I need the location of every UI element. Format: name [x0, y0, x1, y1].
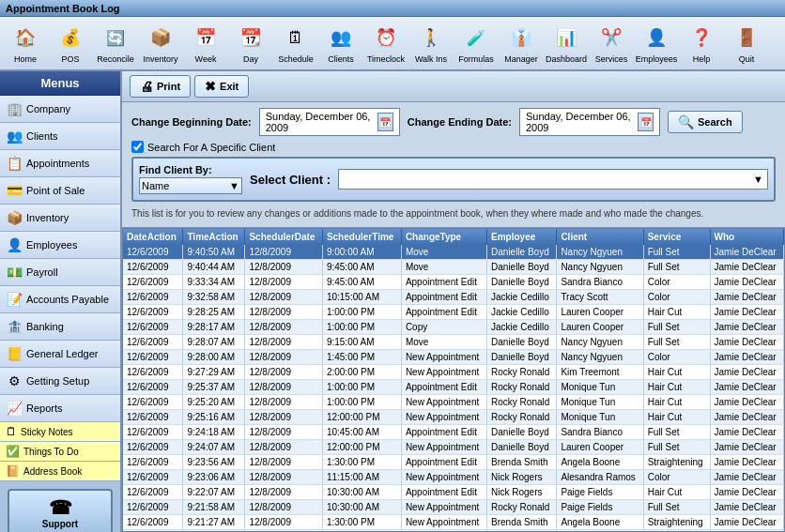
sidebar-label-pos: Point of Sale [26, 185, 85, 196]
sidebar-item-sticky-notes[interactable]: Sticky Notes [0, 422, 120, 442]
table-row[interactable]: 12/6/20099:32:58 AM12/8/200910:15:00 AMA… [123, 290, 784, 305]
table-row[interactable]: 12/6/20099:21:27 AM12/8/20091:30:00 PMNe… [123, 515, 784, 530]
table-row[interactable]: 12/6/20099:33:34 AM12/8/20099:45:00 AMAp… [123, 275, 784, 290]
sidebar-label-banking: Banking [26, 321, 64, 332]
search-button[interactable]: Search [668, 111, 743, 133]
toolbar-week-button[interactable]: Week [184, 19, 227, 68]
checkbox-label: Search For A Specific Client [147, 142, 275, 153]
beginning-date-value: Sunday, December 06, 2009 [266, 111, 374, 133]
toolbar: HomePOSReconcileInventoryWeekDaySchedule… [0, 17, 785, 71]
toolbar-clients-button[interactable]: Clients [319, 19, 362, 68]
table-row[interactable]: 12/6/20099:23:56 AM12/8/20091:30:00 PMAp… [123, 455, 784, 470]
table-row[interactable]: 12/6/20099:40:50 AM12/8/20099:00:00 AMMo… [123, 245, 784, 260]
dashboard-toolbar-icon [551, 23, 581, 53]
sidebar-item-inventory[interactable]: Inventory [0, 205, 120, 232]
sidebar-item-employees[interactable]: Employees [0, 232, 120, 259]
toolbar-schedule-button[interactable]: Schedule [274, 19, 317, 68]
support-button[interactable]: Support [8, 489, 113, 532]
table-row[interactable]: 12/6/20099:28:07 AM12/8/20099:15:00 AMMo… [123, 335, 784, 350]
setup-icon [6, 372, 23, 389]
sidebar-item-accounts-payable[interactable]: Accounts Payable [0, 286, 120, 313]
find-by-dropdown[interactable]: Name ▼ [139, 177, 242, 194]
table-row[interactable]: 12/6/20099:24:18 AM12/8/200910:45:00 AMA… [123, 425, 784, 440]
sidebar-item-address-book[interactable]: Address Book [0, 462, 120, 481]
sidebar-item-reports[interactable]: Reports [0, 395, 120, 422]
exit-button[interactable]: Exit [194, 75, 249, 98]
table-row[interactable]: 12/6/20099:40:44 AM12/8/20099:45:00 AMMo… [123, 260, 784, 275]
client-dropdown[interactable]: ▼ [338, 169, 768, 190]
services-toolbar-icon [596, 23, 626, 53]
clients-icon [6, 128, 23, 144]
toolbar-dashboard-button[interactable]: Dashboard [545, 19, 588, 68]
toolbar-services-button[interactable]: Services [590, 19, 633, 68]
ending-calendar-icon[interactable]: 📅 [638, 113, 654, 131]
sidebar-item-things-to-do[interactable]: Things To Do [0, 442, 120, 462]
support-label: Support [42, 519, 78, 529]
inventory-icon [6, 209, 23, 226]
sidebar-item-company[interactable]: Company [0, 96, 120, 123]
table-row[interactable]: 12/6/20099:24:07 AM12/8/200912:00:00 PMN… [123, 440, 784, 455]
sidebar-item-payroll[interactable]: Payroll [0, 259, 120, 286]
banking-icon [6, 318, 23, 335]
toolbar-quit-button[interactable]: Quit [725, 19, 768, 68]
table-row[interactable]: 12/6/20099:28:17 AM12/8/20091:00:00 PMCo… [123, 320, 784, 335]
col-header-employee: Employee [487, 229, 557, 245]
table-header-row: DateActionTimeActionSchedulerDateSchedul… [123, 229, 784, 245]
table-row[interactable]: 12/6/20099:25:16 AM12/8/200912:00:00 PMN… [123, 410, 784, 425]
home-toolbar-icon [10, 23, 40, 53]
specific-client-checkbox[interactable] [131, 141, 144, 153]
phone-icon [49, 496, 72, 519]
toolbar-pos-button[interactable]: POS [49, 19, 92, 68]
sidebar-label-ledger: General Ledger [26, 348, 98, 359]
content-area: Print Exit Change Beginning Date: Sunday… [122, 71, 785, 532]
sidebar-item-getting-setup[interactable]: Getting Setup [0, 368, 120, 395]
sidebar-item-general-ledger[interactable]: General Ledger [0, 341, 120, 368]
toolbar-formulas-button[interactable]: Formulas [454, 19, 498, 68]
table-row[interactable]: 12/6/20099:21:58 AM12/8/200910:30:00 AMN… [123, 500, 784, 515]
manager-toolbar-icon [506, 23, 536, 53]
exit-label: Exit [220, 81, 239, 92]
sidebar-item-clients[interactable]: Clients [0, 123, 120, 150]
table-row[interactable]: 12/6/20099:23:06 AM12/8/200911:15:00 AMN… [123, 470, 784, 485]
table-row[interactable]: 12/6/20099:27:29 AM12/8/20092:00:00 PMNe… [123, 365, 784, 380]
toolbar-home-button[interactable]: Home [4, 19, 47, 68]
toolbar-inventory-button[interactable]: Inventory [139, 19, 182, 68]
toolbar-reconcile-button[interactable]: Reconcile [94, 19, 137, 68]
sidebar-item-banking[interactable]: Banking [0, 313, 120, 341]
select-client-label: Select Client : [250, 173, 331, 187]
toolbar-walkins-button[interactable]: Walk Ins [409, 19, 453, 68]
sidebar-label-reports: Reports [26, 403, 63, 414]
table-row[interactable]: 12/6/20099:28:25 AM12/8/20091:00:00 PMAp… [123, 305, 784, 320]
sidebar-label-payroll: Payroll [26, 266, 58, 278]
sidebar-item-appointments[interactable]: Appointments [0, 150, 120, 177]
search-icon [678, 114, 694, 129]
ap-icon [6, 291, 23, 308]
sidebar-label-employees: Employees [26, 239, 77, 251]
employees-icon [6, 236, 23, 253]
table-row[interactable]: 12/6/20099:28:00 AM12/8/20091:45:00 PMNe… [123, 350, 784, 365]
table-row[interactable]: 12/6/20099:22:07 AM12/8/200910:30:00 AMA… [123, 485, 784, 500]
table-row[interactable]: 12/6/20099:25:20 AM12/8/20091:00:00 PMNe… [123, 395, 784, 410]
ending-date-value: Sunday, December 06, 2009 [526, 111, 634, 133]
quit-toolbar-icon [731, 23, 762, 53]
walkins-toolbar-icon [416, 23, 446, 53]
toolbar-timeclock-button[interactable]: Timeclock [364, 19, 408, 68]
toolbar-day-button[interactable]: Day [229, 19, 272, 68]
toolbar-manager-button[interactable]: Manager [500, 19, 543, 68]
sidebar-item-pos[interactable]: Point of Sale [0, 177, 120, 205]
toolbar-employees-button[interactable]: Employees [635, 19, 678, 68]
beginning-date-input[interactable]: Sunday, December 06, 2009 📅 [259, 108, 400, 136]
table-container[interactable]: DateActionTimeActionSchedulerDateSchedul… [122, 228, 785, 532]
beginning-calendar-icon[interactable]: 📅 [377, 113, 393, 131]
toolbar-help-button[interactable]: Help [680, 19, 723, 68]
main-layout: Menus Company Clients Appointments Point… [0, 71, 785, 532]
reports-icon [6, 400, 23, 417]
find-by-group: Find Client By: Name ▼ [139, 164, 242, 194]
beginning-date-label: Change Beginning Date: [131, 116, 252, 128]
search-label: Search [698, 116, 732, 128]
reconcile-toolbar-icon [100, 23, 131, 53]
ending-date-input[interactable]: Sunday, December 06, 2009 📅 [519, 108, 660, 136]
print-button[interactable]: Print [130, 75, 191, 98]
table-row[interactable]: 12/6/20099:25:37 AM12/8/20091:00:00 PMAp… [123, 380, 784, 395]
help-toolbar-icon [686, 23, 716, 53]
